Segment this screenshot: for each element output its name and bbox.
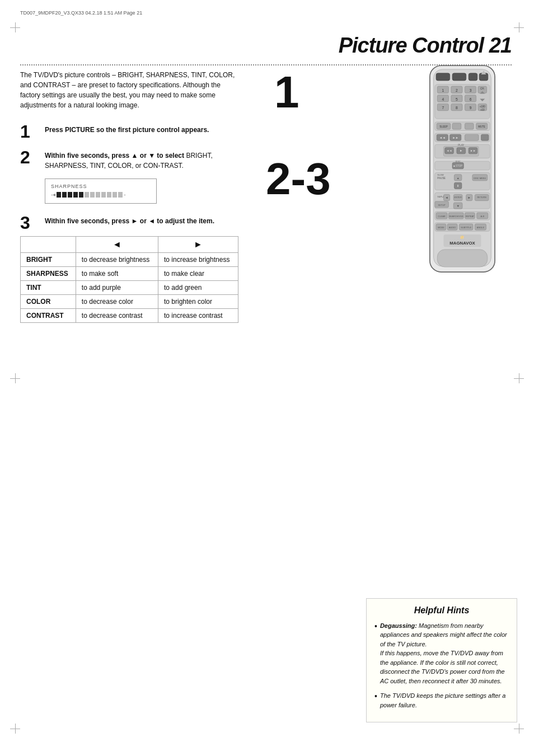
svg-text:7: 7 bbox=[442, 106, 444, 110]
svg-text:►►: ►► bbox=[470, 149, 476, 152]
large-step-1-num: 1 bbox=[274, 67, 299, 117]
sharpness-bar: -◂ - bbox=[51, 191, 151, 198]
svg-text:SEARCH/VGS: SEARCH/VGS bbox=[449, 215, 463, 218]
hints-bullet: • bbox=[374, 621, 377, 631]
seg-9 bbox=[101, 192, 106, 198]
svg-text:4: 4 bbox=[442, 97, 444, 101]
svg-text:▲: ▲ bbox=[457, 176, 460, 180]
svg-text:SUBTITLE: SUBTITLE bbox=[461, 226, 471, 229]
table-cell-label: TINT bbox=[21, 281, 76, 295]
seg-6 bbox=[85, 192, 89, 198]
crosshair-mid-right bbox=[514, 373, 524, 383]
table-header-row: ◄ ► bbox=[21, 237, 238, 253]
svg-rect-43 bbox=[465, 134, 479, 140]
svg-rect-36 bbox=[465, 123, 474, 129]
svg-text:PAUSE: PAUSE bbox=[437, 177, 446, 180]
large-step-2-3: 2-3 bbox=[266, 157, 331, 201]
crosshair-bottom-left bbox=[10, 724, 20, 734]
large-step-23-num: 2-3 bbox=[266, 154, 331, 204]
svg-text:8: 8 bbox=[456, 106, 458, 110]
file-info: TD007_9MDPF20_V3.QX33 04.2.18 1:51 AM Pa… bbox=[20, 10, 142, 16]
table-row: COLORto decrease colorto brighten color bbox=[21, 295, 238, 309]
page-title: Picture Control 21 bbox=[339, 34, 512, 57]
sharpness-left-tick: -◂ bbox=[51, 191, 55, 198]
svg-text:◄◄: ◄◄ bbox=[439, 136, 446, 139]
svg-text:SLOW: SLOW bbox=[437, 173, 444, 176]
table-row: CONTRASTto decrease contrastto increase … bbox=[21, 309, 238, 323]
sharpness-indicator-box: SHARPNESS -◂ - bbox=[45, 179, 157, 204]
svg-text:◄: ◄ bbox=[445, 196, 448, 199]
svg-text:9: 9 bbox=[470, 106, 472, 110]
table-cell-right: to add green bbox=[158, 281, 238, 295]
svg-text:1: 1 bbox=[442, 88, 444, 92]
intro-text: The TV/DVD's picture controls – BRIGHT, … bbox=[20, 70, 238, 110]
svg-text:MAGNAVOX: MAGNAVOX bbox=[449, 241, 475, 246]
hints-title: Helpful Hints bbox=[374, 605, 509, 616]
svg-rect-2 bbox=[436, 73, 450, 81]
step-2-text: Within five seconds, press ▲ or ▼ to sel… bbox=[45, 148, 238, 171]
svg-text:CLEAR: CLEAR bbox=[438, 215, 446, 218]
col-left-arrow: ◄ bbox=[76, 237, 158, 253]
hints-item: •The TV/DVD keeps the picture settings a… bbox=[374, 691, 509, 710]
table-row: TINTto add purpleto add green bbox=[21, 281, 238, 295]
table-cell-label: CONTRAST bbox=[21, 309, 76, 323]
svg-text:PLAY: PLAY bbox=[458, 144, 464, 147]
helpful-hints-box: Helpful Hints •Degaussing: Magnetism fro… bbox=[366, 598, 517, 723]
crosshair-bottom-right bbox=[514, 724, 524, 734]
table-cell-left: to decrease brightness bbox=[76, 253, 158, 267]
step-1-text: Press PICTURE so the first picture contr… bbox=[45, 123, 209, 135]
step-1: 1 Press PICTURE so the first picture con… bbox=[20, 123, 238, 140]
svg-rect-44 bbox=[481, 134, 489, 140]
seg-11 bbox=[113, 192, 117, 198]
svg-text:►►: ►► bbox=[452, 136, 458, 139]
adjust-table: ◄ ► BRIGHTto decrease brightnessto incre… bbox=[20, 236, 238, 323]
large-step-1: 1 bbox=[274, 70, 299, 115]
hints-bullet: • bbox=[374, 691, 377, 701]
table-cell-right: to increase contrast bbox=[158, 309, 238, 323]
step-1-bold: Press PICTURE so the first picture contr… bbox=[45, 126, 209, 134]
seg-7 bbox=[90, 192, 95, 198]
crosshair-top-right bbox=[514, 22, 524, 32]
svg-text:MUTE: MUTE bbox=[478, 125, 485, 128]
svg-text:+10: +10 bbox=[480, 109, 485, 111]
table-cell-right: to brighten color bbox=[158, 295, 238, 309]
main-content: The TV/DVD's picture controls – BRIGHT, … bbox=[20, 70, 238, 323]
svg-text:►: ► bbox=[460, 149, 463, 152]
hints-text: Degaussing: Magnetism from nearby applia… bbox=[380, 621, 509, 686]
svg-text:+100: +100 bbox=[480, 105, 486, 108]
remote-svg: 1 2 3 CH. 4 5 6 7 8 9 +100 +10 SLEEP MUT… bbox=[406, 64, 518, 277]
hints-item: •Degaussing: Magnetism from nearby appli… bbox=[374, 621, 509, 686]
page-meta: TD007_9MDPF20_V3.QX33 04.2.18 1:51 AM Pa… bbox=[20, 10, 142, 16]
step-2-bold: Within five seconds, press ▲ or ▼ to sel… bbox=[45, 152, 184, 159]
svg-text:MODE: MODE bbox=[438, 226, 444, 229]
seg-8 bbox=[96, 192, 100, 198]
svg-text:6: 6 bbox=[470, 97, 472, 101]
svg-text:ENTER: ENTER bbox=[455, 196, 462, 199]
step-3-text: Within five seconds, press ► or ◄ to adj… bbox=[45, 214, 214, 226]
table-cell-label: BRIGHT bbox=[21, 253, 76, 267]
table-cell-label: SHARPNESS bbox=[21, 267, 76, 281]
svg-rect-4 bbox=[469, 73, 477, 81]
page-title-area: Picture Control 21 bbox=[339, 34, 512, 58]
svg-text:DISC MENU: DISC MENU bbox=[474, 177, 486, 180]
seg-12 bbox=[118, 192, 123, 198]
svg-text:SETUP: SETUP bbox=[438, 204, 446, 206]
col-right-arrow: ► bbox=[158, 237, 238, 253]
svg-text:REPEAT: REPEAT bbox=[466, 215, 475, 218]
svg-text:📀: 📀 bbox=[461, 235, 465, 240]
svg-rect-3 bbox=[452, 73, 466, 81]
step-2: 2 Within five seconds, press ▲ or ▼ to s… bbox=[20, 148, 238, 171]
sharpness-segments bbox=[57, 192, 123, 198]
svg-text:⏸: ⏸ bbox=[456, 184, 460, 187]
table-cell-right: to increase brightness bbox=[158, 253, 238, 267]
crosshair-mid-left bbox=[10, 373, 20, 383]
remote-control-image: 1 2 3 CH. 4 5 6 7 8 9 +100 +10 SLEEP MUT… bbox=[406, 64, 518, 279]
svg-rect-104 bbox=[437, 250, 487, 267]
col-item bbox=[21, 237, 76, 253]
table-cell-left: to decrease contrast bbox=[76, 309, 158, 323]
sharpness-label: SHARPNESS bbox=[51, 184, 151, 189]
seg-1 bbox=[57, 192, 61, 198]
seg-4 bbox=[73, 192, 78, 198]
svg-rect-35 bbox=[452, 123, 461, 129]
table-row: SHARPNESSto make softto make clear bbox=[21, 267, 238, 281]
